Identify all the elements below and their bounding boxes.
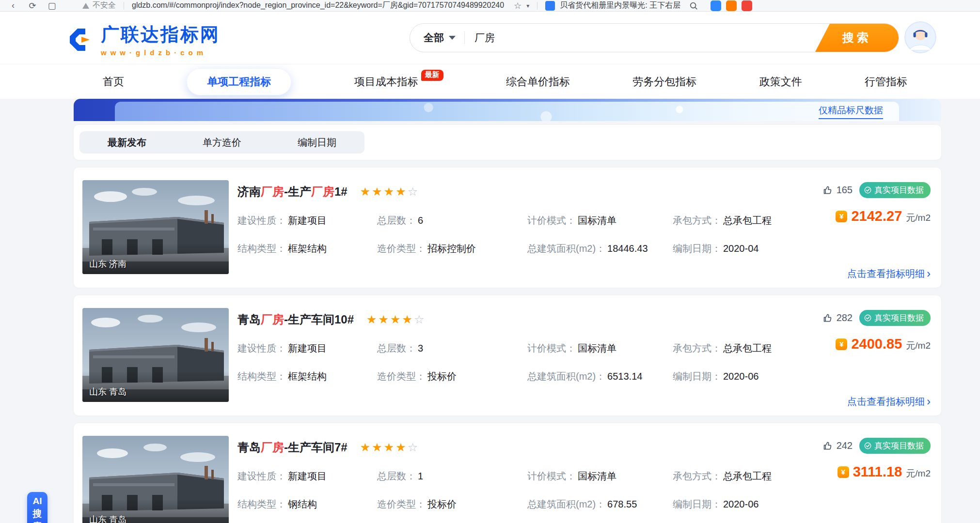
star-empty-icon: ☆ xyxy=(414,313,426,326)
search-input[interactable] xyxy=(465,24,815,52)
user-avatar[interactable] xyxy=(904,21,936,53)
site-search-bar: 全部 搜索 xyxy=(410,23,899,52)
field-label: 承包方式： xyxy=(673,215,721,226)
avatar-icon xyxy=(904,21,936,53)
sort-tab-latest[interactable]: 最新发布 xyxy=(79,136,174,149)
nav-item-comprehensive-unit-price[interactable]: 综合单价指标 xyxy=(506,75,570,89)
project-photo[interactable]: 山东 济南 xyxy=(82,180,229,274)
field-label: 总建筑面积(m2)： xyxy=(527,499,605,509)
field-cost-type: 造价类型：投标价 xyxy=(377,498,527,511)
likes-count: 165 xyxy=(837,185,853,196)
likes-button[interactable]: 165 xyxy=(823,185,853,196)
security-chip[interactable]: 不安全 xyxy=(82,0,116,11)
logo-subtitle: www·gldzb·com xyxy=(101,48,220,57)
field-label: 造价类型： xyxy=(377,243,426,254)
field-total-area: 总建筑面积(m2)：6513.14 xyxy=(527,370,673,383)
field-label: 总层数： xyxy=(377,215,416,226)
extension-icon-orange[interactable] xyxy=(726,0,737,11)
field-value: 框架结构 xyxy=(288,371,327,382)
field-pricing-mode: 计价模式：国标清单 xyxy=(527,342,673,355)
likes-button[interactable]: 242 xyxy=(823,440,853,451)
sort-tab-unit-cost[interactable]: 单方造价 xyxy=(174,136,269,149)
search-category-dropdown[interactable]: 全部 xyxy=(410,31,464,45)
field-value: 1 xyxy=(418,471,423,481)
title-text: -生产车间10# xyxy=(284,313,354,326)
badge-label: 真实项目数据 xyxy=(874,185,924,196)
extension-icon-blue[interactable] xyxy=(711,0,721,11)
project-card[interactable]: 山东 青岛 青岛厂房-生产车间7# ★★★★☆ 242 真实项目数据 ¥ 311… xyxy=(74,423,941,523)
bookmark-star-icon[interactable]: ☆ xyxy=(514,0,522,11)
project-title[interactable]: 济南厂房-生产厂房1# xyxy=(237,184,348,200)
bookmark-label[interactable]: 贝省货代相册里内景曝光: 王下右层 xyxy=(560,0,680,11)
price-unit: 元/m2 xyxy=(906,467,931,480)
field-value: 国标清单 xyxy=(578,343,616,354)
title-keyword: 厂房 xyxy=(261,313,284,326)
promo-banner[interactable]: 仅精品标尺数据 xyxy=(74,99,941,121)
nav-item-single-project-index[interactable]: 单项工程指标 xyxy=(187,68,291,95)
sort-tabs: 最新发布 单方造价 编制日期 xyxy=(79,131,364,154)
project-location-label: 山东 济南 xyxy=(89,258,126,270)
title-keyword: 厂房 xyxy=(311,185,334,198)
likes-button[interactable]: 282 xyxy=(823,312,853,323)
tab-icon[interactable]: ▢ xyxy=(45,0,59,11)
field-total-area: 总建筑面积(m2)：18446.43 xyxy=(527,242,673,255)
project-fields: 建设性质：新建项目 总层数：6 计价模式：国标清单 承包方式：总承包工程 结构类… xyxy=(237,214,772,255)
sort-tab-compile-date[interactable]: 编制日期 xyxy=(269,136,364,149)
field-label: 编制日期： xyxy=(673,499,721,509)
extension-icon-red[interactable] xyxy=(742,0,752,11)
reload-icon[interactable]: ⟳ xyxy=(25,0,40,11)
title-text: 青岛 xyxy=(237,313,261,326)
field-label: 总建筑面积(m2)： xyxy=(527,243,605,254)
nav-item-labor-subcontract[interactable]: 劳务分包指标 xyxy=(632,75,696,89)
project-fields: 建设性质：新建项目 总层数：3 计价模式：国标清单 承包方式：总承包工程 结构类… xyxy=(237,342,772,383)
nav-item-project-cost-index[interactable]: 项目成本指标 最新 xyxy=(354,75,443,89)
field-build-nature: 建设性质：新建项目 xyxy=(237,342,377,355)
badge-label: 真实项目数据 xyxy=(874,312,924,323)
field-floors: 总层数：1 xyxy=(377,470,527,483)
main-nav: 首页 单项工程指标 项目成本指标 最新 综合单价指标 劳务分包指标 政策文件 行… xyxy=(0,64,980,99)
star-empty-icon: ☆ xyxy=(408,441,420,454)
likes-count: 282 xyxy=(837,312,853,323)
field-pricing-mode: 计价模式：国标清单 xyxy=(527,470,673,483)
field-label: 建设性质： xyxy=(237,471,286,481)
project-photo[interactable]: 山东 青岛 xyxy=(82,308,229,402)
project-photo[interactable]: 山东 青岛 xyxy=(82,436,229,523)
field-value: 总承包工程 xyxy=(723,215,772,226)
ai-search-float-button[interactable]: AI 搜 索 xyxy=(27,492,47,523)
site-logo[interactable]: 广联达指标网 www·gldzb·com xyxy=(67,22,220,57)
search-icon[interactable] xyxy=(689,1,698,10)
field-floors: 总层数：6 xyxy=(377,214,527,227)
field-contract-mode: 承包方式：总承包工程 xyxy=(673,342,772,355)
nav-item-home[interactable]: 首页 xyxy=(103,75,124,89)
project-card[interactable]: 山东 济南 济南厂房-生产厂房1# ★★★★☆ 165 真实项目数据 ¥ 214… xyxy=(74,168,941,288)
address-url[interactable]: gldzb.com/#/commonproj/index?node_region… xyxy=(132,0,504,11)
chevron-right-icon: › xyxy=(927,268,931,279)
thumbs-up-icon xyxy=(823,313,833,323)
ai-search-char-2: 索 xyxy=(27,520,47,523)
price-unit: 元/m2 xyxy=(906,339,931,352)
real-project-badge: 真实项目数据 xyxy=(859,438,931,454)
check-icon xyxy=(864,442,871,449)
field-label: 结构类型： xyxy=(237,371,286,382)
factory-photo-illustration xyxy=(82,436,229,523)
view-detail-link[interactable]: 点击查看指标明细 › xyxy=(847,395,931,408)
banner-caption[interactable]: 仅精品标尺数据 xyxy=(819,104,883,119)
nav-item-policy-documents[interactable]: 政策文件 xyxy=(759,75,802,89)
field-contract-mode: 承包方式：总承包工程 xyxy=(673,470,772,483)
nav-item-industry-index[interactable]: 行管指标 xyxy=(865,75,907,89)
project-fields: 建设性质：新建项目 总层数：1 计价模式：国标清单 承包方式：总承包工程 结构类… xyxy=(237,470,772,511)
back-icon[interactable]: ‹ xyxy=(6,0,20,11)
nav-item-label: 项目成本指标 xyxy=(354,75,418,89)
search-button[interactable]: 搜索 xyxy=(815,24,899,52)
title-text: -生产 xyxy=(284,185,311,198)
field-build-nature: 建设性质：新建项目 xyxy=(237,470,377,483)
field-cost-type: 造价类型：招标控制价 xyxy=(377,242,527,255)
project-title[interactable]: 青岛厂房-生产车间7# xyxy=(237,440,348,455)
field-pricing-mode: 计价模式：国标清单 xyxy=(527,214,673,227)
project-title[interactable]: 青岛厂房-生产车间10# xyxy=(237,312,354,327)
project-card[interactable]: 山东 青岛 青岛厂房-生产车间10# ★★★★☆ 282 真实项目数据 ¥ 24… xyxy=(74,295,941,415)
star-rating: ★★★★☆ xyxy=(360,186,420,198)
title-text: 济南 xyxy=(237,185,261,198)
bookmark-caret-icon[interactable]: ▾ xyxy=(526,2,529,9)
view-detail-link[interactable]: 点击查看指标明细 › xyxy=(847,267,931,280)
